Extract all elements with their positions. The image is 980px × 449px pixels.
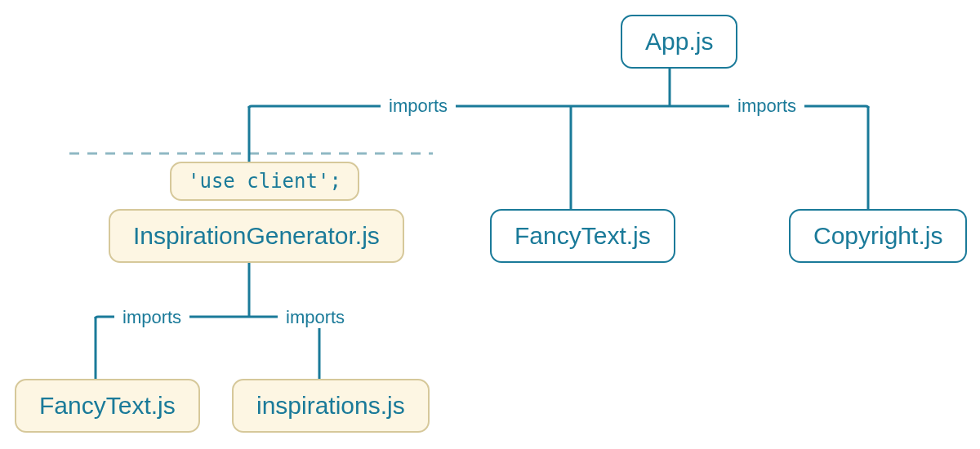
node-copyright-label: Copyright.js bbox=[813, 222, 942, 250]
node-inspirations: inspirations.js bbox=[232, 379, 430, 433]
edge-label-insp-inspirations: imports bbox=[278, 307, 353, 328]
node-copyright: Copyright.js bbox=[789, 209, 967, 263]
node-inspirations-label: inspirations.js bbox=[256, 392, 405, 420]
directive-use-client-text: 'use client'; bbox=[188, 170, 341, 193]
directive-use-client: 'use client'; bbox=[170, 162, 359, 201]
node-fancytext-server: FancyText.js bbox=[490, 209, 675, 263]
node-inspiration-generator: InspirationGenerator.js bbox=[109, 209, 404, 263]
node-fancytext-server-label: FancyText.js bbox=[514, 222, 651, 250]
node-fancytext-client: FancyText.js bbox=[15, 379, 200, 433]
edge-label-insp-fancytext: imports bbox=[114, 307, 189, 328]
edge-label-app-copyright: imports bbox=[729, 96, 804, 117]
edge-label-app-inspiration: imports bbox=[381, 96, 456, 117]
node-app-label: App.js bbox=[645, 28, 713, 56]
node-fancytext-client-label: FancyText.js bbox=[39, 392, 176, 420]
node-inspiration-generator-label: InspirationGenerator.js bbox=[133, 222, 380, 250]
node-app: App.js bbox=[621, 15, 737, 69]
